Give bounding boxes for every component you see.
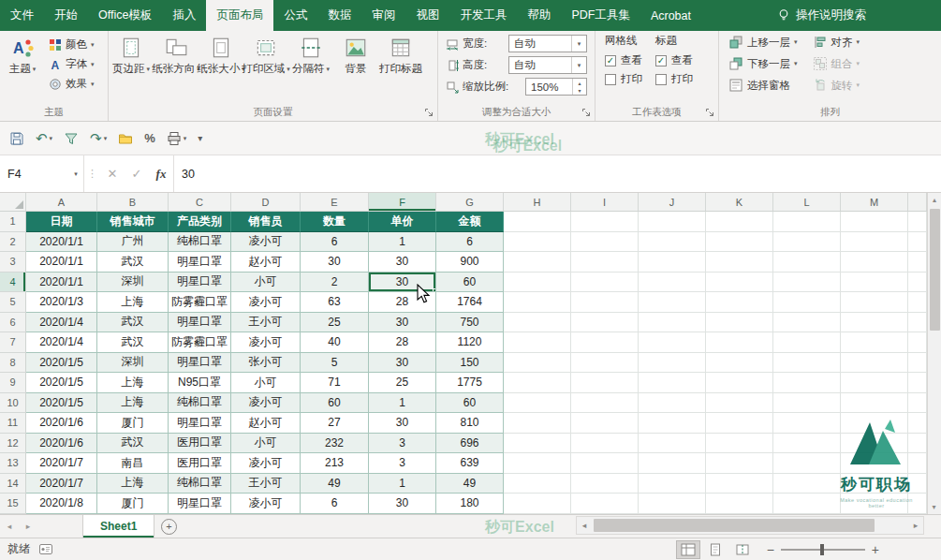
cell-H3[interactable] — [504, 252, 571, 273]
cell-B9[interactable]: 上海 — [97, 373, 169, 393]
new-sheet-button[interactable]: + — [154, 515, 183, 538]
row-header-15[interactable]: 15 — [0, 494, 26, 514]
cell-E5[interactable]: 63 — [301, 292, 369, 313]
cell-B2[interactable]: 广州 — [97, 232, 169, 253]
cell-B6[interactable]: 武汉 — [97, 313, 169, 333]
cell-D6[interactable]: 王小可 — [231, 313, 301, 333]
column-header-L[interactable]: L — [773, 193, 841, 211]
cell-K2[interactable] — [706, 232, 773, 253]
cell-B7[interactable]: 武汉 — [97, 332, 169, 353]
zoom-thumb[interactable] — [820, 544, 824, 555]
cell-I14[interactable] — [571, 474, 639, 494]
cell-F2[interactable]: 1 — [369, 232, 436, 253]
cell-A14[interactable]: 2020/1/7 — [26, 474, 97, 494]
cell-L8[interactable] — [773, 353, 841, 374]
column-header-A[interactable]: A — [26, 193, 97, 211]
cell-E12[interactable]: 232 — [301, 434, 369, 454]
ribbon-tab-office-template[interactable]: Office模板 — [88, 0, 162, 31]
zoom-slider[interactable]: − + — [767, 543, 879, 556]
cell-L7[interactable] — [773, 332, 841, 353]
cell-E14[interactable]: 49 — [301, 474, 369, 494]
column-header-D[interactable]: D — [231, 193, 301, 211]
ribbon-tab-formulas[interactable]: 公式 — [273, 0, 317, 31]
cell-D13[interactable]: 凌小可 — [231, 453, 301, 474]
cell-C13[interactable]: 医用口罩 — [169, 453, 231, 474]
row-header-9[interactable]: 9 — [0, 373, 26, 393]
ribbon-tab-view[interactable]: 视图 — [405, 0, 449, 31]
chevron-down-icon[interactable]: ▾ — [571, 36, 586, 52]
cell-G9[interactable]: 1775 — [436, 373, 504, 393]
vertical-scrollbar[interactable]: ▴ — [927, 193, 941, 514]
cell-M1[interactable] — [841, 212, 908, 232]
sheet-nav-right[interactable]: ▸ — [19, 515, 37, 538]
open-folder-button[interactable] — [118, 131, 133, 146]
row-header-12[interactable]: 12 — [0, 434, 26, 454]
print-dropdown[interactable]: ▾ — [184, 135, 187, 142]
cell-A8[interactable]: 2020/1/5 — [26, 353, 97, 374]
page-setup-dialog-launcher[interactable] — [423, 107, 434, 118]
cell-G14[interactable]: 49 — [436, 474, 504, 494]
ribbon-tab-pdf-tools[interactable]: PDF工具集 — [561, 0, 640, 31]
cell-M10[interactable] — [841, 393, 908, 414]
redo-button[interactable]: ↷▾ — [90, 131, 107, 145]
undo-dropdown[interactable]: ▾ — [50, 135, 53, 142]
width-select[interactable]: 自动▾ — [508, 35, 587, 52]
enter-button[interactable]: ✓ — [125, 155, 149, 192]
cell-K13[interactable] — [706, 453, 773, 474]
cell-D8[interactable]: 张小可 — [231, 353, 301, 374]
cell-M2[interactable] — [841, 232, 908, 253]
themes-button[interactable]: A 主题▾ — [0, 33, 45, 104]
theme-fonts-button[interactable]: A 字体▾ — [45, 57, 98, 71]
cell-J12[interactable] — [639, 434, 706, 454]
row-header-4[interactable]: 4 — [0, 273, 26, 293]
cell-D9[interactable]: 小可 — [231, 373, 301, 393]
cell-F12[interactable]: 3 — [369, 434, 436, 454]
cell-D2[interactable]: 凌小可 — [231, 232, 301, 253]
cell-M7[interactable] — [841, 332, 908, 353]
qat-overflow-button[interactable]: ▾ — [198, 133, 202, 143]
cell-D5[interactable]: 凌小可 — [231, 292, 301, 313]
cell-K4[interactable] — [706, 273, 773, 293]
cell-E2[interactable]: 6 — [301, 232, 369, 253]
cell-F15[interactable]: 30 — [369, 494, 436, 514]
background-button[interactable]: 背景 — [333, 33, 378, 104]
cell-B8[interactable]: 深圳 — [97, 353, 169, 374]
cell-A11[interactable]: 2020/1/6 — [26, 413, 97, 434]
send-backward-button[interactable]: 下移一层▾ — [728, 56, 798, 71]
cell-G8[interactable]: 150 — [436, 353, 504, 374]
cell-L9[interactable] — [773, 373, 841, 393]
scroll-down-arrow[interactable]: ▾ — [927, 500, 941, 514]
insert-function-button[interactable]: fx — [149, 155, 174, 192]
cell-B14[interactable]: 上海 — [97, 474, 169, 494]
cell-M13[interactable] — [841, 453, 908, 474]
cell-A3[interactable]: 2020/1/1 — [26, 252, 97, 273]
cell-B4[interactable]: 深圳 — [97, 273, 169, 293]
cell-L13[interactable] — [773, 453, 841, 474]
cell-J10[interactable] — [639, 393, 706, 414]
cell-K1[interactable] — [706, 212, 773, 232]
cell-M14[interactable] — [841, 474, 908, 494]
cell-L6[interactable] — [773, 313, 841, 333]
ribbon-tab-file[interactable]: 文件 — [0, 0, 44, 31]
cell-E6[interactable]: 25 — [301, 313, 369, 333]
print-titles-button[interactable]: 打印标题 — [378, 33, 423, 104]
cell-F5[interactable]: 28 — [369, 292, 436, 313]
column-header-I[interactable]: I — [571, 193, 639, 211]
save-button[interactable] — [9, 131, 24, 146]
cell-C14[interactable]: 纯棉口罩 — [169, 474, 231, 494]
cell-M3[interactable] — [841, 252, 908, 273]
cell-M12[interactable] — [841, 434, 908, 454]
cell-D7[interactable]: 凌小可 — [231, 332, 301, 353]
formula-input[interactable]: 30 — [174, 155, 941, 192]
cell-H1[interactable] — [504, 212, 571, 232]
column-header-C[interactable]: C — [169, 193, 231, 211]
column-header-B[interactable]: B — [97, 193, 169, 211]
cell-I5[interactable] — [571, 292, 639, 313]
cell-G12[interactable]: 696 — [436, 434, 504, 454]
headings-print-checkbox[interactable]: 打印 — [655, 72, 693, 86]
cell-J2[interactable] — [639, 232, 706, 253]
cell-G4[interactable]: 60 — [436, 273, 504, 293]
cell-C2[interactable]: 纯棉口罩 — [169, 232, 231, 253]
ribbon-tab-review[interactable]: 审阅 — [361, 0, 405, 31]
row-header-14[interactable]: 14 — [0, 474, 26, 494]
